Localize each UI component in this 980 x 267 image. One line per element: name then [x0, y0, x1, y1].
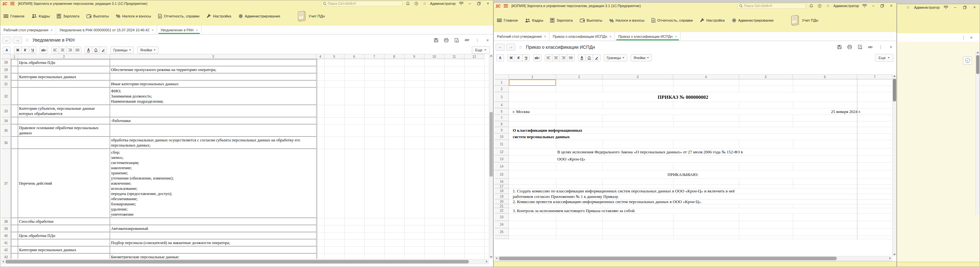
- tab-1[interactable]: Рабочий стол утверждения×: [494, 32, 549, 41]
- align-right-button[interactable]: [560, 54, 567, 61]
- favorites-star-icon[interactable]: ☆: [422, 1, 428, 6]
- table-row[interactable]: 42Категории персональных данных: [1, 247, 493, 254]
- tab-close-icon[interactable]: ×: [544, 35, 546, 38]
- get-link-icon[interactable]: [867, 45, 873, 50]
- table-row[interactable]: [495, 236, 896, 239]
- menu-item-6[interactable]: Отчетность, справки: [652, 18, 693, 22]
- row-header[interactable]: 9: [495, 127, 509, 133]
- cell-col1[interactable]: [11, 105, 18, 117]
- cell-col3[interactable]: [110, 232, 317, 239]
- scrollbar-thumb[interactable]: [490, 112, 493, 177]
- merged-cell[interactable]: 2. Комиссии провести классификацию инфор…: [509, 200, 861, 204]
- menu-item-3[interactable]: Зарплата: [57, 14, 79, 18]
- cell-col2[interactable]: [18, 81, 110, 88]
- table-row[interactable]: 5г. Москва25 января 2024 г.: [495, 109, 896, 115]
- row-header[interactable]: 38: [1, 218, 11, 225]
- minimize-button[interactable]: –: [870, 3, 877, 8]
- row-header[interactable]: 29: [1, 67, 11, 73]
- menu-item-8[interactable]: Администрирование: [239, 14, 280, 18]
- table-row[interactable]: 8: [495, 122, 896, 127]
- cells-dropdown[interactable]: Ячейки: [630, 54, 652, 61]
- favorites-star-icon[interactable]: ☆: [825, 3, 831, 8]
- table-row[interactable]: 4: [495, 102, 896, 109]
- row-header[interactable]: 10: [495, 134, 509, 140]
- restore-button[interactable]: [476, 1, 482, 6]
- column-header-10[interactable]: 10: [424, 54, 444, 59]
- spreadsheet-notification[interactable]: 12345678910111228Цель обработки ПДн29Обе…: [1, 54, 493, 259]
- current-user[interactable]: Администратор: [834, 4, 859, 8]
- cell-col1[interactable]: [11, 137, 18, 149]
- minimize-button[interactable]: –: [952, 5, 958, 10]
- column-header-5[interactable]: 5: [324, 54, 344, 59]
- menu-item-9[interactable]: Учет ПДн: [297, 11, 325, 22]
- column-header-3[interactable]: 3: [603, 74, 673, 80]
- table-row[interactable]: 32ФИО;Занимаемая должность;Наименование …: [1, 88, 493, 105]
- cell-col2[interactable]: [18, 67, 110, 73]
- vertical-scrollbar[interactable]: [975, 51, 980, 215]
- global-search-input[interactable]: Поиск Ctrl+Shift+F: [321, 1, 402, 6]
- row-header[interactable]: 34: [1, 118, 11, 124]
- scrollbar-thumb[interactable]: [5, 260, 469, 264]
- tab-close-icon[interactable]: ×: [675, 35, 677, 38]
- forward-button[interactable]: →: [13, 37, 22, 43]
- row-header[interactable]: 19: [495, 194, 509, 199]
- cell-col2[interactable]: Категории персональных данных: [18, 247, 110, 253]
- settings-menu-icon[interactable]: [458, 1, 464, 6]
- table-row[interactable]: 12В целях исполнения Федерального Закона…: [495, 149, 896, 156]
- row-header[interactable]: 11: [495, 140, 509, 148]
- titlebar[interactable]: 1С [КОПИЯ] Зарплата и управление персона…: [0, 0, 493, 7]
- align-justify-button[interactable]: [567, 54, 575, 61]
- notifications-bell-icon[interactable]: [808, 3, 814, 8]
- table-row[interactable]: 30Категории персональных данных: [1, 74, 493, 81]
- cell-col3[interactable]: Автоматизированный: [110, 225, 317, 232]
- cell-col2[interactable]: [18, 254, 110, 259]
- tab-1[interactable]: Рабочий стол утверждения×: [0, 26, 56, 34]
- row-header[interactable]: 20: [495, 200, 509, 204]
- back-button[interactable]: ←: [2, 37, 11, 43]
- more-menu-icon[interactable]: ⋮: [961, 35, 966, 40]
- scrollbar-thumb[interactable]: [499, 257, 837, 260]
- underline-button[interactable]: Ч: [29, 46, 37, 54]
- cell-col2[interactable]: [18, 88, 110, 105]
- table-row[interactable]: 36обработка персональных данных осуществ…: [1, 137, 493, 149]
- row-header[interactable]: 13: [495, 156, 509, 162]
- scroll-down-icon[interactable]: [893, 254, 896, 255]
- align-left-button[interactable]: [51, 46, 59, 54]
- close-form-icon[interactable]: ×: [485, 37, 490, 43]
- favorite-star-icon[interactable]: ☆: [25, 37, 29, 43]
- table-row[interactable]: 21: [495, 205, 896, 208]
- info-button[interactable]: i: [963, 56, 972, 65]
- row-header[interactable]: 25: [495, 229, 509, 236]
- cell-col3[interactable]: Обеспечение пропускного режима на террит…: [110, 67, 317, 73]
- column-header-7[interactable]: 7: [364, 54, 384, 59]
- column-header-2[interactable]: 2: [18, 54, 110, 59]
- favorite-star-icon[interactable]: ☆: [519, 45, 523, 50]
- font-button[interactable]: A: [3, 46, 11, 54]
- current-user[interactable]: Администратор: [914, 5, 940, 10]
- align-center-button[interactable]: [59, 46, 67, 54]
- table-row[interactable]: 24: [495, 221, 896, 229]
- cell-col3[interactable]: [110, 74, 317, 80]
- back-button[interactable]: ←: [496, 43, 505, 51]
- more-button[interactable]: Еще: [472, 46, 490, 54]
- menu-item-6[interactable]: Отчетность, справки: [158, 14, 199, 18]
- font-button[interactable]: A: [496, 54, 504, 61]
- table-row[interactable]: 25: [495, 229, 896, 236]
- row-header[interactable]: 21: [495, 205, 509, 208]
- underline-button[interactable]: Ч: [522, 54, 530, 61]
- italic-button[interactable]: К: [21, 46, 29, 54]
- cell-col2[interactable]: [18, 240, 110, 246]
- cell-col1[interactable]: [11, 74, 18, 80]
- column-header-6[interactable]: 6: [793, 74, 857, 80]
- fill-color-button[interactable]: [92, 46, 100, 54]
- row-header[interactable]: 7: [495, 115, 509, 121]
- merged-cell[interactable]: г. Москва25 января 2024 г.: [509, 109, 864, 115]
- table-row[interactable]: 7: [495, 115, 896, 122]
- cell-col1[interactable]: [11, 218, 18, 225]
- menu-item-1[interactable]: Главное: [497, 18, 518, 22]
- font-color-button[interactable]: А: [578, 54, 585, 61]
- column-header-2[interactable]: 2: [556, 74, 603, 80]
- cell-col2[interactable]: Цель обработки ПДн: [18, 59, 110, 66]
- table-row[interactable]: 2: [495, 86, 896, 92]
- tab-close-icon[interactable]: ×: [609, 35, 611, 38]
